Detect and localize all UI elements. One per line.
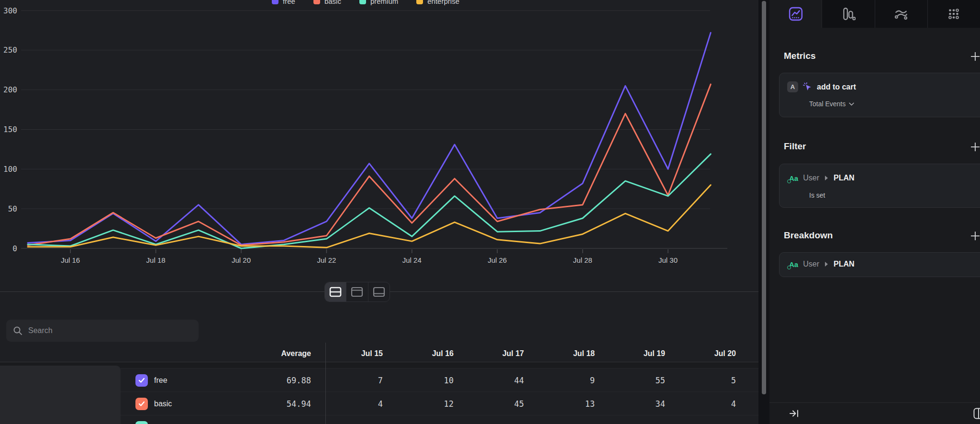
series-line-enterprise xyxy=(28,185,711,248)
tab-line-chart[interactable] xyxy=(769,0,822,28)
filter-card[interactable]: Aa User PLAN Is set xyxy=(779,164,980,208)
metrics-heading: Metrics xyxy=(784,51,816,61)
layout-table-button[interactable] xyxy=(368,282,390,301)
y-axis-label: 200 xyxy=(3,85,17,94)
line-chart-icon xyxy=(789,7,803,21)
plan-checkbox-basic[interactable] xyxy=(135,398,148,410)
metric-card-main-line: A add to cart xyxy=(787,81,856,92)
average-column-header: Average xyxy=(249,349,311,358)
cursor-click-icon xyxy=(803,82,812,91)
table-header: Event 1 PLAN 4 Average Jul 15 Jul 16 Jul… xyxy=(0,346,758,362)
metric-measure-line: Total Events xyxy=(809,100,854,108)
breadcrumb-arrow-icon xyxy=(825,176,828,180)
value-cell: 3 xyxy=(391,423,454,424)
value-cell: 34 xyxy=(603,399,665,409)
date-column-header: Jul 19 xyxy=(603,349,665,358)
chevron-down-icon xyxy=(849,102,854,106)
filter-condition-line: Is set xyxy=(809,191,825,199)
value-cell: 23 xyxy=(462,423,524,424)
x-axis-label: Jul 24 xyxy=(402,256,422,264)
value-cell: 5 xyxy=(321,423,383,424)
value-cell: 7 xyxy=(321,376,383,385)
y-axis-label: 100 xyxy=(3,165,17,174)
plan-checkbox-premium[interactable] xyxy=(135,421,148,424)
layout-chart-button[interactable] xyxy=(346,282,368,301)
plan-checkbox-free[interactable] xyxy=(135,374,148,387)
plan-row-free[interactable]: free69.88710449555 xyxy=(121,368,758,392)
breakdown-property-line: Aa User PLAN xyxy=(789,260,855,268)
value-cell: 45 xyxy=(462,399,524,409)
value-cell: 5 xyxy=(674,376,736,385)
y-axis-label: 50 xyxy=(8,204,17,213)
panel-layout-button[interactable] xyxy=(973,408,980,421)
plan-label: basic xyxy=(154,400,172,408)
add-breakdown-button[interactable] xyxy=(970,231,980,241)
filter-property-line: Aa User PLAN xyxy=(789,174,855,182)
divider-left xyxy=(0,291,324,292)
x-axis-label: Jul 26 xyxy=(488,256,507,264)
breakdown-property: PLAN xyxy=(834,260,855,268)
date-column-header: Jul 17 xyxy=(462,349,524,358)
metric-badge: A xyxy=(787,81,798,92)
sidebar-footer xyxy=(769,402,980,424)
x-axis-label: Jul 20 xyxy=(232,256,251,264)
breakdown-card[interactable]: Aa User PLAN xyxy=(779,252,980,277)
search-box[interactable] xyxy=(6,320,199,342)
property-type-icon: Aa xyxy=(789,261,798,268)
value-cell: 12 xyxy=(391,399,454,409)
tab-stream-chart[interactable] xyxy=(875,0,928,28)
tab-grid-dots[interactable] xyxy=(928,0,980,28)
add-metric-button[interactable] xyxy=(970,51,980,62)
layout-toggle-group xyxy=(324,282,390,302)
top-pane-icon xyxy=(351,287,363,297)
tab-bar-chart[interactable] xyxy=(822,0,875,28)
date-column-header: Jul 20 xyxy=(674,349,736,358)
search-input[interactable] xyxy=(27,326,192,335)
x-axis-label: Jul 28 xyxy=(573,256,592,264)
x-axis-label: Jul 16 xyxy=(61,256,80,264)
analytics-app: freebasicpremiumenterprise 0501001502002… xyxy=(0,0,980,424)
metric-event-name: add to cart xyxy=(817,83,856,91)
config-sidebar: Metrics A add to cart Total Events xyxy=(769,0,980,424)
value-cell: 9 xyxy=(533,376,595,385)
event-row-panel[interactable]: add to cart [Total] xyxy=(0,366,121,424)
filter-property: PLAN xyxy=(834,174,855,182)
metric-card[interactable]: A add to cart Total Events xyxy=(779,73,980,117)
filter-scope: User xyxy=(803,174,819,182)
bar-chart-icon xyxy=(841,7,856,21)
row-separator xyxy=(121,391,758,392)
breakdown-scope: User xyxy=(803,260,819,268)
metric-measure-dropdown[interactable]: Total Events xyxy=(809,100,854,108)
breadcrumb-arrow-icon xyxy=(825,262,828,267)
average-cell: 33.88 xyxy=(249,423,311,424)
plus-icon xyxy=(970,231,980,241)
plan-row-basic[interactable]: basic54.944124513344 xyxy=(121,392,758,415)
value-cell: 10 xyxy=(391,376,454,385)
metric-measure-label: Total Events xyxy=(809,100,846,108)
scrollbar-thumb[interactable] xyxy=(762,1,766,394)
average-cell: 54.94 xyxy=(249,399,311,409)
value-cell: 4 xyxy=(674,399,736,409)
y-axis-label: 0 xyxy=(12,244,17,253)
average-cell: 69.88 xyxy=(249,376,311,385)
bottom-pane-icon xyxy=(373,287,385,297)
plus-icon xyxy=(970,51,980,62)
plan-row-premium[interactable]: premium33.8853235230 xyxy=(121,415,758,424)
property-type-icon: Aa xyxy=(789,175,798,182)
y-axis-label: 150 xyxy=(3,125,17,134)
chart-type-tabbar xyxy=(769,0,980,28)
layout-split-button[interactable] xyxy=(325,282,346,301)
search-icon xyxy=(13,326,22,335)
y-axis-label: 300 xyxy=(3,6,17,15)
date-column-header: Jul 18 xyxy=(533,349,595,358)
date-column-header: Jul 16 xyxy=(391,349,454,358)
value-cell: 4 xyxy=(321,399,383,409)
collapse-sidebar-button[interactable] xyxy=(789,408,801,421)
row-separator xyxy=(121,368,758,368)
add-filter-button[interactable] xyxy=(970,142,980,152)
series-line-premium xyxy=(28,154,711,248)
split-view-icon xyxy=(329,287,342,297)
divider-right xyxy=(389,291,758,292)
value-cell: 44 xyxy=(462,376,524,385)
row-separator xyxy=(121,415,758,415)
